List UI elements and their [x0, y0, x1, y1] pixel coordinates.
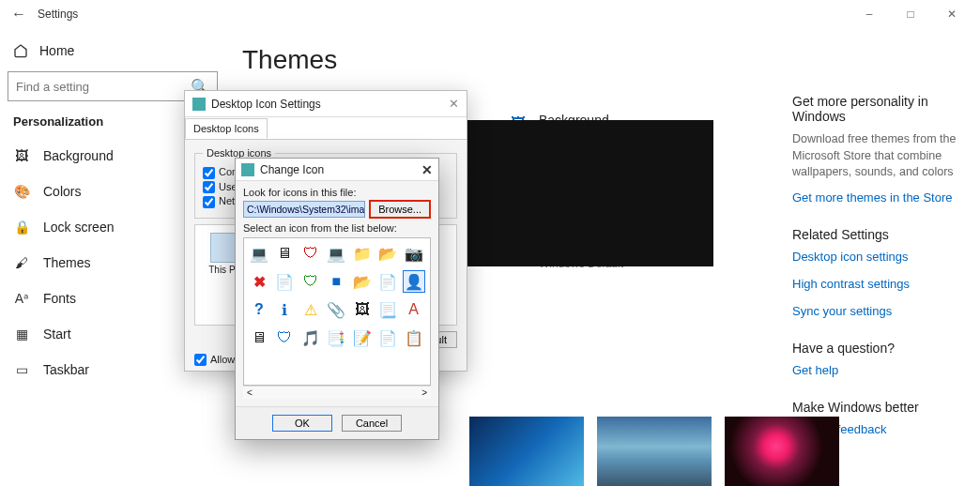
grid-icon: ▦	[13, 326, 30, 342]
icon-option[interactable]: 📄	[376, 270, 399, 293]
nav-label: Colors	[43, 184, 81, 199]
nav-label: Start	[43, 327, 71, 342]
icon-option[interactable]: 🖥	[273, 242, 296, 265]
page-heading: Themes	[242, 45, 764, 75]
icon-option[interactable]: 📁	[351, 242, 374, 265]
nav-label: Themes	[43, 255, 91, 270]
dialog-titlebar: Desktop Icon Settings ✕	[185, 91, 467, 117]
icon-option[interactable]: 📋	[403, 327, 425, 349]
window-titlebar: ← Settings – □ ✕	[0, 0, 980, 28]
icon-option[interactable]: 📂	[351, 270, 374, 293]
dialog-title-text: Desktop Icon Settings	[211, 98, 321, 111]
icon-option[interactable]: 📎	[325, 298, 347, 321]
brush-icon: 🖌	[13, 254, 30, 271]
look-label: Look for icons in this file:	[243, 187, 431, 198]
display-icon	[192, 98, 206, 111]
icon-option[interactable]: ⚠	[299, 298, 322, 321]
dialog-titlebar: Change Icon ✕	[236, 159, 438, 181]
icon-option[interactable]: A	[403, 298, 425, 321]
font-icon: Aᵃ	[13, 290, 30, 307]
icon-list[interactable]: 💻 🖥 🛡 💻 📁 📂 📷 ✖ 📄 🛡 ■ 📂 📄 👤 ? ℹ ⚠ 📎 🖼 📃 …	[243, 237, 431, 386]
icon-path-input[interactable]: C:\Windows\System32\imageres.dll	[243, 201, 365, 218]
icon-option[interactable]: 💻	[325, 242, 347, 265]
home-nav[interactable]: Home	[0, 36, 225, 66]
icon-option[interactable]: ✖	[248, 270, 270, 293]
icon-option-selected[interactable]: 👤	[403, 270, 425, 293]
question-title: Have a question?	[792, 341, 967, 356]
taskbar-icon: ▭	[13, 361, 30, 378]
window-title: Settings	[38, 8, 78, 21]
icon-option[interactable]: 📄	[273, 270, 296, 293]
icon-option[interactable]: 🖥	[248, 327, 270, 349]
theme-thumb[interactable]	[725, 417, 839, 486]
icon-option[interactable]: 📑	[325, 327, 347, 349]
dialog-tabs: Desktop Icons	[185, 117, 467, 140]
close-icon[interactable]: ✕	[449, 97, 459, 111]
icon-option[interactable]: ■	[325, 270, 347, 293]
icon-option[interactable]: 💻	[248, 242, 270, 265]
browse-button[interactable]: Browse...	[369, 200, 431, 219]
lock-icon: 🔒	[13, 219, 30, 235]
icon-option[interactable]: 🛡	[299, 270, 322, 293]
related-title: Related Settings	[792, 227, 967, 242]
link-get-help[interactable]: Get help	[792, 363, 967, 377]
icon-option[interactable]: 🛡	[299, 242, 322, 265]
palette-icon: 🎨	[13, 183, 30, 200]
close-button[interactable]: ✕	[931, 0, 972, 28]
tab-desktop-icons[interactable]: Desktop Icons	[185, 118, 268, 139]
store-link[interactable]: Get more themes in the Store	[792, 190, 967, 205]
theme-thumbnails	[469, 417, 839, 486]
rail-desc: Download free themes from the Microsoft …	[792, 131, 967, 181]
icon-option[interactable]: ℹ	[273, 298, 296, 321]
theme-thumb[interactable]	[597, 417, 712, 486]
icon-option[interactable]: 🛡	[273, 327, 296, 349]
nav-label: Background	[43, 148, 114, 163]
icon-list-scrollbar[interactable]: <>	[243, 386, 431, 399]
home-label: Home	[39, 43, 74, 58]
icon-option[interactable]: 📃	[376, 298, 399, 321]
cancel-button[interactable]: Cancel	[342, 415, 402, 432]
icon-option[interactable]: 🎵	[299, 327, 322, 349]
better-title: Make Windows better	[792, 400, 967, 415]
nav-label: Lock screen	[43, 220, 114, 235]
nav-label: Fonts	[43, 291, 76, 306]
dialog-change-icon: Change Icon ✕ Look for icons in this fil…	[235, 158, 439, 440]
icon-option[interactable]: 📝	[351, 327, 374, 349]
search-input[interactable]	[16, 80, 191, 94]
icon-option[interactable]: 📄	[376, 327, 399, 349]
link-desktop-icon-settings[interactable]: Desktop icon settings	[792, 250, 967, 264]
maximize-button[interactable]: □	[890, 0, 931, 28]
back-button[interactable]: ←	[8, 6, 30, 23]
close-icon[interactable]: ✕	[421, 162, 433, 177]
display-icon	[241, 163, 254, 176]
home-icon	[13, 43, 28, 58]
theme-thumb[interactable]	[469, 417, 584, 486]
link-high-contrast[interactable]: High contrast settings	[792, 277, 967, 291]
icon-option[interactable]: 📷	[403, 242, 425, 265]
theme-preview	[467, 120, 713, 266]
icon-option[interactable]: 🖼	[351, 298, 374, 321]
nav-label: Taskbar	[43, 362, 89, 377]
icon-option[interactable]: 📂	[376, 242, 399, 265]
minimize-button[interactable]: –	[849, 0, 890, 28]
select-label: Select an icon from the list below:	[243, 222, 431, 234]
dialog-title-text: Change Icon	[260, 163, 324, 176]
rail-title: Get more personality in Windows	[792, 94, 967, 124]
link-sync-settings[interactable]: Sync your settings	[792, 304, 967, 318]
icon-option[interactable]: ?	[248, 298, 270, 321]
image-icon: 🖼	[13, 147, 30, 164]
ok-button[interactable]: OK	[272, 415, 332, 432]
